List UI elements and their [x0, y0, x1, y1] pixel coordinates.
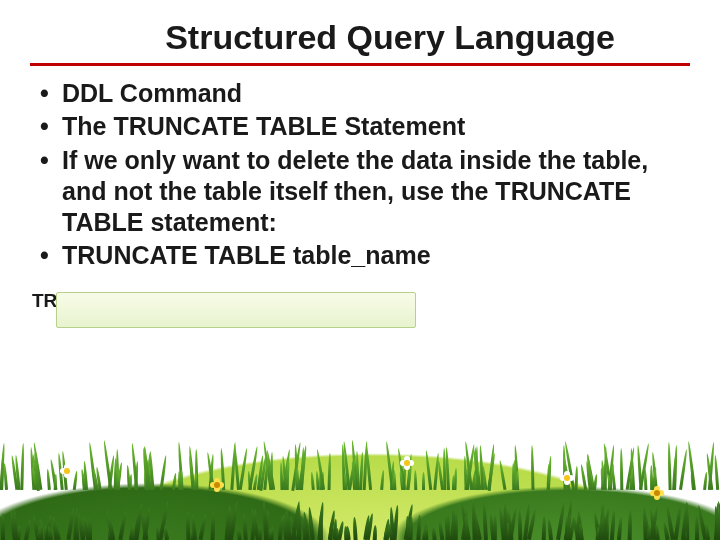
grass-blade [198, 514, 207, 540]
bullet-4: TRUNCATE TABLE table_name [36, 240, 690, 271]
grass-blade [679, 449, 688, 490]
grass-blade [547, 519, 553, 540]
highlight-box [56, 292, 416, 328]
grass-blade [163, 526, 169, 540]
grass-blade [372, 525, 377, 540]
grass-blade [416, 515, 421, 540]
grass-blade [352, 517, 357, 540]
grass-blade [425, 450, 433, 490]
grass-blade [236, 527, 242, 540]
grass-blade [88, 517, 92, 540]
bullet-3: If we only want to delete the data insid… [36, 145, 690, 239]
grass-blade [546, 464, 550, 490]
grass-blade [610, 510, 616, 540]
bullet-list: DDL Command The TRUNCATE TABLE Statement… [30, 78, 690, 272]
grass-blade [317, 502, 325, 540]
title-underline [30, 63, 690, 66]
grass-blade [530, 445, 534, 490]
grass-blade [233, 444, 240, 490]
grass-blade [328, 453, 332, 490]
grass-blade [129, 474, 133, 490]
grass-blade [414, 470, 418, 490]
grass-blade [238, 448, 248, 490]
grass-blade [488, 443, 496, 490]
grass-blade [687, 441, 696, 490]
flower-icon [650, 486, 664, 500]
grass-blade [46, 469, 51, 490]
grass-blade [296, 467, 299, 490]
flower-icon [210, 478, 224, 492]
grass-blade [380, 470, 385, 491]
grass-blade [438, 520, 445, 540]
flower-icon [400, 456, 414, 470]
grass-blade [574, 466, 578, 490]
grass-blade [159, 455, 167, 490]
grass-blade [422, 472, 425, 490]
grass-blade [628, 509, 633, 540]
grass-blade [603, 446, 607, 490]
grass-blade [172, 473, 177, 491]
grass-blade [118, 510, 128, 540]
grass-blade [432, 527, 437, 540]
grass-blade [668, 442, 672, 490]
grass-blade [704, 524, 710, 540]
grass-blade [518, 510, 523, 540]
grass-blade [242, 514, 248, 540]
grass-blade [300, 447, 305, 490]
grass-blade [186, 511, 191, 540]
slide: Structured Query Language DDL Command Th… [0, 0, 720, 540]
grass-blade [673, 445, 678, 490]
grass-blade [498, 460, 506, 490]
grass-blade [392, 505, 399, 540]
content-area: Structured Query Language DDL Command Th… [0, 0, 720, 312]
grass-blade [617, 517, 623, 540]
grass-blades-back [0, 430, 720, 490]
grass-blade [408, 517, 413, 540]
grass-blades-front [0, 490, 720, 540]
bullet-2: The TRUNCATE TABLE Statement [36, 111, 690, 142]
grass-blade [261, 501, 267, 540]
grass-blade [542, 516, 547, 540]
slide-title: Structured Query Language [90, 18, 690, 57]
grass-blade [620, 448, 624, 490]
grass-blade [713, 455, 718, 490]
grass-blade [24, 519, 32, 540]
grass-blade [180, 470, 183, 490]
grass-blade [471, 501, 476, 540]
grass-blade [3, 463, 8, 490]
grass-blade [20, 443, 24, 490]
grass-blade [310, 472, 315, 490]
grass-blade [636, 445, 642, 490]
flower-icon [560, 471, 574, 485]
grass-blade [54, 474, 58, 490]
grass-blade [257, 525, 262, 540]
grass-blade [0, 513, 4, 540]
flower-icon [60, 464, 74, 478]
grass-blade [694, 515, 698, 540]
grass-blade [482, 503, 488, 540]
grass-blade [211, 510, 216, 540]
bullet-1: DDL Command [36, 78, 690, 109]
bullet-wrap: DDL Command The TRUNCATE TABLE Statement… [30, 78, 690, 272]
